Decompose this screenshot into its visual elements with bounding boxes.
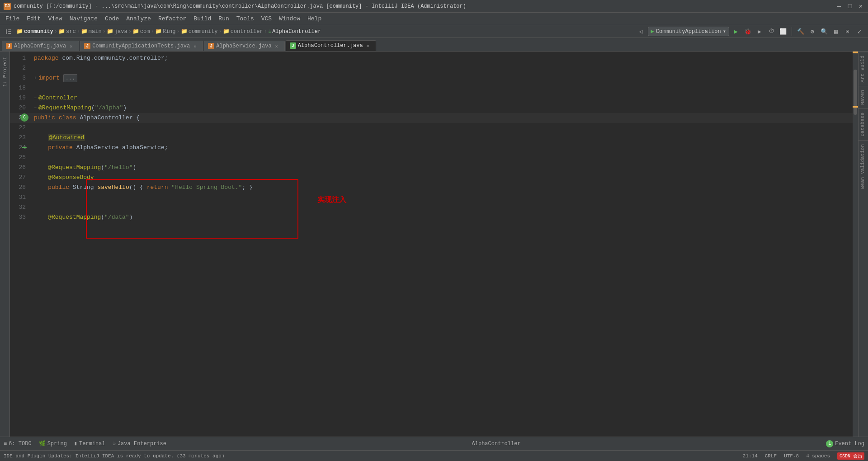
menu-edit[interactable]: Edit <box>23 14 44 24</box>
menu-navigate[interactable]: Navigate <box>66 14 101 24</box>
run-with-coverage-button[interactable]: ▶ <box>755 27 764 37</box>
line-number-28: 28 <box>10 183 30 193</box>
tab-close-community-tests[interactable]: ✕ <box>192 43 198 49</box>
ann-request-mapping-hello: @RequestMapping <box>48 164 101 171</box>
breadcrumb-ring[interactable]: 📁 Ring <box>155 28 176 35</box>
menu-help[interactable]: Help <box>304 14 325 24</box>
menu-analyze[interactable]: Analyze <box>123 14 155 24</box>
menu-tools[interactable]: Tools <box>233 14 258 24</box>
run-button[interactable]: ▶ <box>731 27 741 37</box>
status-bar-right: 21:14 CRLF UTF-8 4 spaces CSDN 会员 <box>743 452 864 460</box>
menu-window[interactable]: Window <box>275 14 304 24</box>
tool-todo[interactable]: ≡ 6: TODO <box>4 441 32 447</box>
tool-terminal[interactable]: ▮ Terminal <box>74 440 105 447</box>
close-button[interactable]: ✕ <box>857 3 864 10</box>
tab-community-tests[interactable]: J CommunityApplicationTests.java ✕ <box>80 41 203 51</box>
breadcrumb-community2[interactable]: 📁 community <box>181 28 218 35</box>
menu-file[interactable]: File <box>2 14 23 24</box>
debug-button[interactable]: 🐞 <box>743 27 753 37</box>
code-body-31 <box>30 193 858 202</box>
folder-icon-controller: 📁 <box>223 28 230 35</box>
folder-icon-ring: 📁 <box>155 28 162 35</box>
status-message: IDE and Plugin Updates: IntelliJ IDEA is… <box>4 453 224 459</box>
left-sidebar: 1: Project <box>0 52 10 437</box>
panel-art-build[interactable]: Art Build <box>859 52 868 86</box>
event-log[interactable]: 1 Event Log <box>826 440 864 447</box>
stop-button[interactable]: ⬜ <box>778 27 788 37</box>
code-line-1: 1 package com.Ring.community.controller; <box>10 53 858 63</box>
menu-vcs[interactable]: VCS <box>258 14 275 24</box>
panel-database[interactable]: Database <box>859 108 868 140</box>
code-line-22: 22 <box>10 123 858 133</box>
menu-run[interactable]: Run <box>215 14 232 24</box>
menu-view[interactable]: View <box>44 14 66 24</box>
panel-maven[interactable]: Maven <box>859 86 868 108</box>
navigate-back-button[interactable]: ◁ <box>636 27 646 37</box>
settings-button[interactable]: ⚙ <box>807 27 817 37</box>
scrollbar-track[interactable] <box>853 52 858 437</box>
line-number-1: 1 <box>10 53 30 63</box>
line-ending[interactable]: CRLF <box>765 453 777 459</box>
tab-close-alpha-service[interactable]: ✕ <box>274 43 280 49</box>
structure-view-button[interactable]: ⊡ <box>843 27 853 37</box>
code-line-21: 21 C public class AlphaController { <box>10 113 858 123</box>
indent[interactable]: 4 spaces <box>806 453 830 459</box>
code-line-32: 32 <box>10 202 858 212</box>
event-log-badge: 1 <box>826 440 833 447</box>
kw-public-21: public <box>34 114 55 121</box>
tab-close-alpha-config[interactable]: ✕ <box>68 43 74 49</box>
tab-icon-community-tests: J <box>84 43 90 49</box>
line-number-33: 33 <box>10 212 30 222</box>
scrollbar-thumb[interactable] <box>854 70 857 115</box>
build-project-button[interactable]: 🔨 <box>796 27 806 37</box>
ann-response-body: @ResponseBody <box>48 174 94 181</box>
tab-alpha-config[interactable]: J AlphaConfig.java ✕ <box>2 41 79 51</box>
class-name-label: AlphaController <box>472 441 521 447</box>
code-line-27: 27 − @ResponseBody <box>10 173 858 183</box>
menu-refactor[interactable]: Refactor <box>155 14 190 24</box>
window-controls[interactable]: — □ ✕ <box>835 3 864 10</box>
tab-alpha-service[interactable]: J AlphaService.java ✕ <box>204 41 284 51</box>
ann-request-mapping-data: @RequestMapping <box>48 214 101 221</box>
code-text: com.Ring.community.controller; <box>62 55 168 61</box>
type-alpha-service: AlphaService <box>76 144 119 151</box>
java-file-icon: ☕ <box>268 28 271 35</box>
cursor-position[interactable]: 21:14 <box>743 453 758 459</box>
run-configuration[interactable]: ▶ CommunityApplication ▾ <box>648 27 730 36</box>
tool-terminal-label: Terminal <box>79 441 105 447</box>
tool-spring[interactable]: 🌿 Spring <box>39 440 67 447</box>
import-collapsed[interactable]: ... <box>63 74 78 82</box>
sidebar-toggle-button[interactable] <box>4 27 14 37</box>
breadcrumb-src[interactable]: 📁 src <box>58 28 76 35</box>
breadcrumb-sep-2: › <box>77 28 80 35</box>
breadcrumb-alpha-controller[interactable]: ☕ AlphaController <box>268 28 321 35</box>
minimize-button[interactable]: — <box>835 3 843 10</box>
project-view-button[interactable]: ▦ <box>831 27 841 37</box>
tool-java-enterprise[interactable]: ☕ Java Enterprise <box>113 440 166 447</box>
fold-icon-3[interactable]: + <box>34 76 37 81</box>
breadcrumb-java[interactable]: 📁 java <box>107 28 127 35</box>
fold-icon-19[interactable]: − <box>34 96 37 101</box>
panel-bean-validation[interactable]: Bean Validation <box>859 140 868 193</box>
breadcrumb-main[interactable]: 📁 main <box>81 28 102 35</box>
profile-button[interactable]: ⏱ <box>766 27 776 37</box>
annotation-tooltip: 实现注入 <box>317 195 346 205</box>
ann-request-mapping: @RequestMapping <box>38 104 91 111</box>
class-name: AlphaController <box>80 114 132 121</box>
maximize-button[interactable]: □ <box>846 3 854 10</box>
menu-build[interactable]: Build <box>190 14 215 24</box>
code-editor[interactable]: 1 package com.Ring.community.controller;… <box>10 52 858 437</box>
code-line-18: 18 <box>10 83 858 93</box>
breadcrumb-community[interactable]: 📁 community <box>16 28 53 35</box>
maximize-editor-button[interactable]: ⤢ <box>854 27 864 37</box>
menu-code[interactable]: Code <box>101 14 123 24</box>
encoding[interactable]: UTF-8 <box>784 453 799 459</box>
search-everywhere-button[interactable]: 🔍 <box>819 27 829 37</box>
fold-icon-20[interactable]: − <box>34 106 37 111</box>
breadcrumb-controller[interactable]: 📁 controller <box>223 28 263 35</box>
breadcrumb-com[interactable]: 📁 com <box>132 28 150 35</box>
project-panel-label[interactable]: 1: Project <box>1 55 9 89</box>
code-body-20: −@RequestMapping("/alpha") <box>30 103 858 113</box>
tab-alpha-controller[interactable]: J AlphaController.java ✕ <box>286 40 376 51</box>
tab-close-alpha-controller[interactable]: ✕ <box>365 42 371 49</box>
